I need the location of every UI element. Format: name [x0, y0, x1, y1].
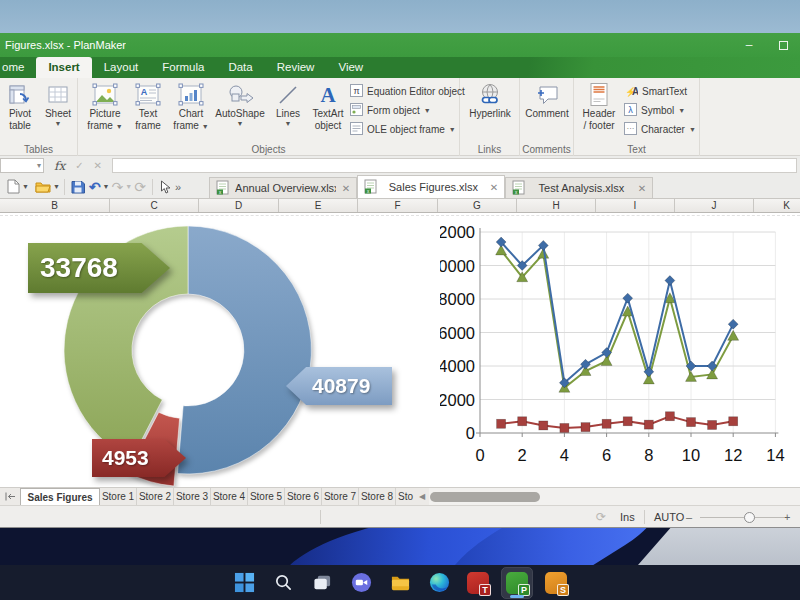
dropdown-arrow-icon[interactable]: ▼: [103, 183, 110, 190]
sheet-tab-scroll-left-icon[interactable]: ◀: [415, 488, 429, 505]
taskbar-textmaker-icon[interactable]: T: [463, 568, 493, 598]
marker-red-squares[interactable]: [560, 423, 569, 432]
hyperlink-button[interactable]: Hyperlink: [466, 81, 514, 120]
status-recalc-icon[interactable]: ⟳: [596, 506, 606, 528]
zoom-out-button[interactable]: –: [686, 506, 692, 528]
document-tab-sales-figures-xlsx[interactable]: xSales Figures.xlsx✕: [357, 175, 505, 198]
data-label-banner-green[interactable]: 33768: [28, 243, 170, 293]
taskbar-start-icon[interactable]: [229, 568, 259, 598]
column-header-J[interactable]: J: [675, 199, 754, 212]
textart-button[interactable]: A TextArt object: [308, 81, 348, 132]
confirm-entry-icon[interactable]: ✓: [75, 160, 83, 171]
auto-indicator[interactable]: AUTO: [654, 506, 684, 528]
sheet-tab-sto[interactable]: Sto: [396, 488, 415, 505]
formula-input[interactable]: [112, 158, 797, 173]
ribbon-tab-layout[interactable]: Layout: [92, 57, 151, 78]
column-header-B[interactable]: B: [0, 199, 110, 212]
object-mode-pointer-button[interactable]: [157, 177, 173, 197]
sheet-tab-store-7[interactable]: Store 7: [322, 488, 359, 505]
taskbar-chat-icon[interactable]: [346, 568, 376, 598]
save-button[interactable]: [69, 177, 87, 197]
recalculate-button[interactable]: ⟳: [132, 177, 148, 197]
column-header-H[interactable]: H: [517, 199, 596, 212]
taskbar-task-view-icon[interactable]: [307, 568, 337, 598]
form-object-button[interactable]: Form object ▼: [350, 101, 431, 119]
column-header-D[interactable]: D: [199, 199, 279, 212]
ribbon-tab-formula[interactable]: Formula: [150, 57, 216, 78]
function-wizard-icon[interactable]: fx: [54, 159, 65, 173]
title-bar[interactable]: Figures.xlsx - PlanMaker –: [0, 33, 800, 57]
toolbar-overflow-button[interactable]: »: [173, 177, 183, 197]
sheet-tab-store-4[interactable]: Store 4: [211, 488, 248, 505]
sheet-button[interactable]: Sheet ▼: [40, 81, 76, 127]
column-header-K[interactable]: K: [754, 199, 800, 212]
taskbar-file-explorer-icon[interactable]: [385, 568, 415, 598]
name-box[interactable]: ▾: [0, 158, 44, 173]
autoshape-button[interactable]: AutoShape ▼: [214, 81, 266, 127]
ribbon-tab-insert[interactable]: Insert: [36, 57, 91, 78]
zoom-slider-track[interactable]: [700, 517, 784, 518]
new-document-button[interactable]: [5, 177, 22, 197]
data-label-banner-blue[interactable]: 40879: [286, 367, 392, 405]
insert-mode-indicator[interactable]: Ins: [620, 506, 635, 528]
picture-frame-button[interactable]: Picture frame ▼: [83, 81, 127, 132]
equation-editor-button[interactable]: π Equation Editor object: [350, 82, 465, 100]
marker-red-squares[interactable]: [497, 419, 506, 428]
sheet-tab-store-5[interactable]: Store 5: [248, 488, 285, 505]
character-button[interactable]: ··· Character ▼: [624, 120, 696, 138]
sheet-tab-store-1[interactable]: Store 1: [100, 488, 137, 505]
marker-red-squares[interactable]: [644, 420, 653, 429]
line-series-red-squares[interactable]: [501, 416, 733, 428]
column-header-F[interactable]: F: [358, 199, 438, 212]
close-tab-icon[interactable]: ✕: [342, 183, 350, 194]
marker-red-squares[interactable]: [708, 420, 717, 429]
marker-red-squares[interactable]: [518, 417, 527, 426]
minimize-button[interactable]: –: [732, 33, 766, 57]
marker-red-squares[interactable]: [687, 418, 696, 427]
ribbon-tab-ome[interactable]: ome: [0, 57, 36, 78]
dropdown-arrow-icon[interactable]: ▼: [22, 183, 29, 190]
taskbar-planmaker-icon[interactable]: P: [502, 568, 532, 598]
dropdown-arrow-icon[interactable]: ▼: [53, 183, 60, 190]
document-tab-test-analysis-xlsx[interactable]: xTest Analysis.xlsx✕: [505, 177, 653, 198]
lines-button[interactable]: Lines ▼: [268, 81, 308, 127]
sheet-tab-store-3[interactable]: Store 3: [174, 488, 211, 505]
maximize-button[interactable]: [766, 33, 800, 57]
donut-slice-blue[interactable]: [178, 226, 312, 474]
column-header-E[interactable]: E: [279, 199, 358, 212]
redo-button[interactable]: ↷: [110, 177, 126, 197]
marker-blue-diamonds[interactable]: [728, 319, 738, 329]
marker-blue-diamonds[interactable]: [623, 293, 633, 303]
close-tab-icon[interactable]: ✕: [638, 183, 646, 194]
column-header-C[interactable]: C: [110, 199, 199, 212]
open-document-button[interactable]: [33, 177, 53, 197]
document-tab-annual-overview-xlsx[interactable]: xAnnual Overview.xlsx✕: [209, 177, 357, 198]
spreadsheet-area[interactable]: 02000400060008000100001200002468101214 3…: [0, 214, 800, 487]
taskbar-search-icon[interactable]: [268, 568, 298, 598]
taskbar-edge-icon[interactable]: [424, 568, 454, 598]
horizontal-scrollbar[interactable]: [429, 488, 800, 505]
taskbar-presentations-icon[interactable]: S: [541, 568, 571, 598]
ribbon-tab-data[interactable]: Data: [216, 57, 264, 78]
sheet-tabs-pin-icon[interactable]: [0, 488, 20, 505]
ole-object-frame-button[interactable]: OLE object frame ▼: [350, 120, 456, 138]
chart-frame-button[interactable]: Chart frame ▼: [169, 81, 213, 132]
symbol-button[interactable]: λ Symbol ▼: [624, 101, 685, 119]
sheet-tab-store-8[interactable]: Store 8: [359, 488, 396, 505]
cancel-entry-icon[interactable]: ✕: [94, 160, 102, 171]
marker-red-squares[interactable]: [665, 412, 674, 421]
sheet-tab-store-2[interactable]: Store 2: [137, 488, 174, 505]
marker-blue-diamonds[interactable]: [665, 276, 675, 286]
marker-red-squares[interactable]: [729, 417, 738, 426]
marker-red-squares[interactable]: [602, 419, 611, 428]
marker-blue-diamonds[interactable]: [602, 348, 612, 358]
column-header-I[interactable]: I: [596, 199, 675, 212]
text-frame-button[interactable]: A Text frame: [128, 81, 168, 132]
comment-button[interactable]: Comment: [523, 81, 571, 120]
marker-red-squares[interactable]: [581, 423, 590, 432]
zoom-slider-knob[interactable]: [744, 512, 755, 523]
zoom-in-button[interactable]: +: [784, 506, 790, 528]
close-tab-icon[interactable]: ✕: [490, 182, 498, 193]
smarttext-button[interactable]: ⚡A SmartText: [624, 82, 687, 100]
marker-red-squares[interactable]: [623, 417, 632, 426]
